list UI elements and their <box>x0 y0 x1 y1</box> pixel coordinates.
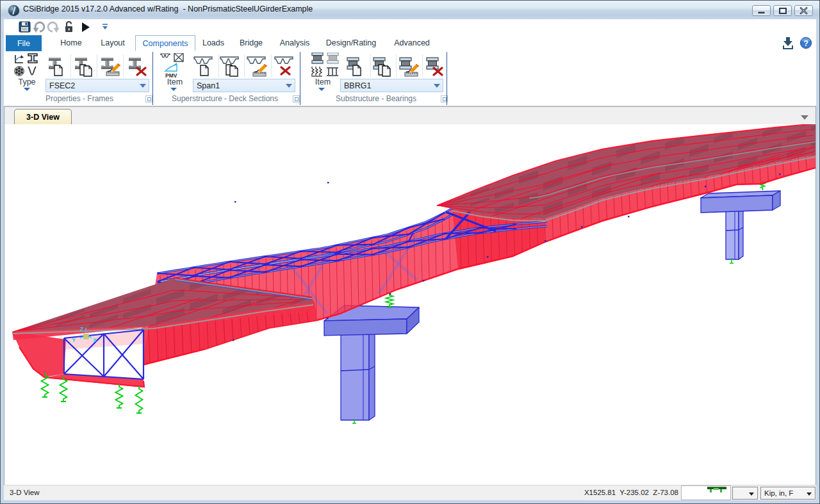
svg-text:Y: Y <box>72 337 76 343</box>
svg-text:?: ? <box>803 39 808 48</box>
svg-text:Z: Z <box>80 326 84 332</box>
svg-text:X: X <box>93 337 97 343</box>
